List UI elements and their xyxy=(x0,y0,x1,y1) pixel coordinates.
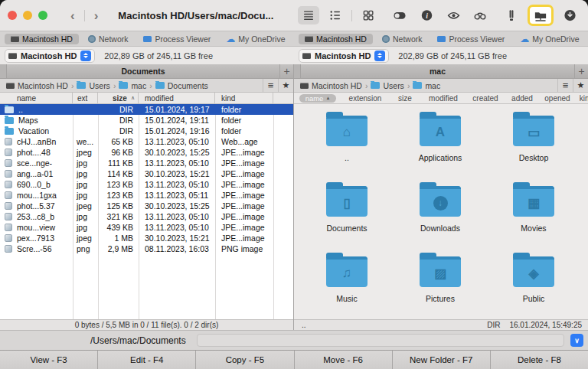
table-row[interactable]: MapsDIR15.01.2024, 19:11folder xyxy=(0,115,293,126)
column-label: modified xyxy=(145,94,174,103)
move-f6-button[interactable]: Move - F6 xyxy=(295,351,393,369)
column-header-kind[interactable]: kind xyxy=(576,93,588,103)
column-header-modified[interactable]: modified xyxy=(421,93,466,103)
detail-view-button[interactable] xyxy=(325,6,346,24)
archive-button[interactable] xyxy=(501,6,522,24)
grid-item-movies[interactable]: ▦Movies xyxy=(487,179,580,250)
table-row[interactable]: 253...c8_bjpg321 KB13.11.2023, 05:10JPE.… xyxy=(0,211,293,222)
view-f3-button[interactable]: View - F3 xyxy=(0,351,98,369)
table-row[interactable]: mou...1gxajpg123 KB13.11.2023, 05:11JPE.… xyxy=(0,190,293,201)
ext-cell: jpg xyxy=(73,168,98,179)
column-header-added[interactable]: added xyxy=(505,93,539,103)
command-input[interactable] xyxy=(197,334,564,347)
minimize-button[interactable] xyxy=(23,11,32,20)
grid-item-label: Downloads xyxy=(420,224,460,233)
edit-f4-button[interactable]: Edit - F4 xyxy=(98,351,196,369)
grid-item-item[interactable]: ⌂.. xyxy=(300,109,394,179)
grid-item-music[interactable]: ♫Music xyxy=(300,250,394,319)
grid-item-pictures[interactable]: ▨Pictures xyxy=(394,250,487,319)
column-label: size xyxy=(398,94,412,103)
preview-button[interactable] xyxy=(443,6,464,24)
name-cell: Scre...-56 xyxy=(0,243,73,254)
selected-item-info: DIR 16.01.2024, 15:49:25 xyxy=(487,321,588,329)
table-row[interactable]: 690...0_bjpg123 KB13.11.2023, 05:10JPE..… xyxy=(0,179,293,190)
grid-item-applications[interactable]: AApplications xyxy=(394,109,487,179)
table-row[interactable]: ang...a-01jpg114 KB30.10.2023, 15:21JPE.… xyxy=(0,168,293,179)
drive-stepper-icon[interactable] xyxy=(80,51,91,61)
column-header-filler xyxy=(273,93,293,103)
column-header-extension[interactable]: extension xyxy=(341,93,389,103)
table-row[interactable]: mou...viewjpg439 KB13.11.2023, 05:10JPE.… xyxy=(0,222,293,233)
drive-stepper-icon[interactable] xyxy=(374,51,385,61)
size-cell: DIR xyxy=(98,115,139,126)
new-folder-f7-button[interactable]: New Folder - F7 xyxy=(393,351,491,369)
info-button[interactable]: i xyxy=(416,6,437,24)
add-tab-button[interactable]: + xyxy=(574,64,588,78)
grid-view-button[interactable] xyxy=(358,6,379,24)
table-row[interactable]: cHJ...anBnwe...65 KB13.11.2023, 05:10Web… xyxy=(0,136,293,147)
column-header-size[interactable]: size∧ xyxy=(98,93,139,103)
size-cell: DIR xyxy=(98,104,139,115)
command-history-button[interactable]: ∨ xyxy=(570,334,583,347)
column-header-ext[interactable]: ext xyxy=(73,93,98,103)
breadcrumb-item-mac[interactable]: mac xyxy=(119,81,146,90)
column-header-created[interactable]: created xyxy=(466,93,505,103)
file-name: Vacation xyxy=(18,126,49,136)
favorites-star-icon[interactable]: ★ xyxy=(573,79,588,92)
globe-icon xyxy=(88,35,96,43)
grid-item-desktop[interactable]: ▭Desktop xyxy=(487,109,580,179)
drive-selector[interactable]: Macintosh HD xyxy=(299,49,389,63)
table-row[interactable]: VacationDIR15.01.2024, 19:16folder xyxy=(0,126,293,136)
kind-cell: JPE...image xyxy=(215,190,273,201)
name-cell: phot...5.37 xyxy=(0,201,73,211)
drive-selector[interactable]: Macintosh HD xyxy=(5,49,95,63)
tab-my-onedrive[interactable]: ☁My OneDrive xyxy=(514,34,585,44)
grid-item-downloads[interactable]: ↓Downloads xyxy=(394,179,487,250)
breadcrumb-item-macintosh-hd[interactable]: Macintosh HD xyxy=(6,81,68,90)
breadcrumb-item-macintosh-hd[interactable]: Macintosh HD xyxy=(300,81,362,90)
grid-item-public[interactable]: ◈Public xyxy=(487,250,580,319)
network-folder-button[interactable] xyxy=(528,5,554,26)
column-header-opened[interactable]: opened xyxy=(539,93,576,103)
table-row[interactable]: ..DIR15.01.2024, 19:17folder xyxy=(0,104,293,115)
grid-item-documents[interactable]: ▯Documents xyxy=(300,179,394,250)
tab-process-viewer[interactable]: Process Viewer xyxy=(431,34,511,44)
toggle-panes-button[interactable] xyxy=(389,6,410,24)
forward-button[interactable]: › xyxy=(91,9,102,22)
column-header-name[interactable]: name xyxy=(0,93,73,103)
copy-f5-button[interactable]: Copy - F5 xyxy=(196,351,294,369)
tab-macintosh-hd[interactable]: Macintosh HD xyxy=(299,34,373,44)
download-button[interactable] xyxy=(559,6,580,24)
image-file-icon xyxy=(5,181,12,188)
table-row[interactable]: pex...7913jpeg1 MB30.10.2023, 15:21JPE..… xyxy=(0,233,293,243)
breadcrumb-item-mac[interactable]: mac xyxy=(413,81,440,90)
column-header-modified[interactable]: modified xyxy=(139,93,215,103)
back-button[interactable]: ‹ xyxy=(67,9,78,22)
breadcrumb-label: Users xyxy=(89,81,109,90)
tab-network[interactable]: Network xyxy=(82,34,135,44)
add-tab-button[interactable]: + xyxy=(279,64,293,78)
right-pane-tabs: Macintosh HDNetworkProcess Viewer☁My One… xyxy=(294,31,588,46)
pane-menu-icon[interactable]: ≡ xyxy=(557,79,573,92)
tab-my-onedrive[interactable]: ☁My OneDrive xyxy=(220,34,291,44)
breadcrumb-item-users[interactable]: Users xyxy=(371,81,403,90)
breadcrumb-item-users[interactable]: Users xyxy=(77,81,109,90)
tab-macintosh-hd[interactable]: Macintosh HD xyxy=(5,34,79,44)
zoom-button[interactable] xyxy=(38,11,47,20)
tab-process-viewer[interactable]: Process Viewer xyxy=(137,34,217,44)
table-row[interactable]: Scre...-56png2,9 MB08.11.2023, 16:03PNG … xyxy=(0,243,293,254)
table-row[interactable]: phot...5.37jpeg125 KB30.10.2023, 15:25JP… xyxy=(0,201,293,211)
table-row[interactable]: phot....48jpeg96 KB30.10.2023, 15:25JPE.… xyxy=(0,147,293,158)
breadcrumb-item-documents[interactable]: Documents xyxy=(155,81,208,90)
tab-network[interactable]: Network xyxy=(376,34,429,44)
table-row[interactable]: sce...nge-jpg111 KB13.11.2023, 05:10JPE.… xyxy=(0,158,293,168)
column-header-name[interactable]: name▲ xyxy=(294,93,341,103)
column-header-size[interactable]: size xyxy=(389,93,421,103)
close-button[interactable] xyxy=(8,11,17,20)
list-view-button[interactable] xyxy=(298,6,319,24)
delete-f8-button[interactable]: Delete - F8 xyxy=(491,351,588,369)
favorites-star-icon[interactable]: ★ xyxy=(278,79,293,92)
pane-menu-icon[interactable]: ≡ xyxy=(263,79,278,92)
search-button[interactable] xyxy=(469,6,491,24)
column-header-kind[interactable]: kind xyxy=(215,93,273,103)
